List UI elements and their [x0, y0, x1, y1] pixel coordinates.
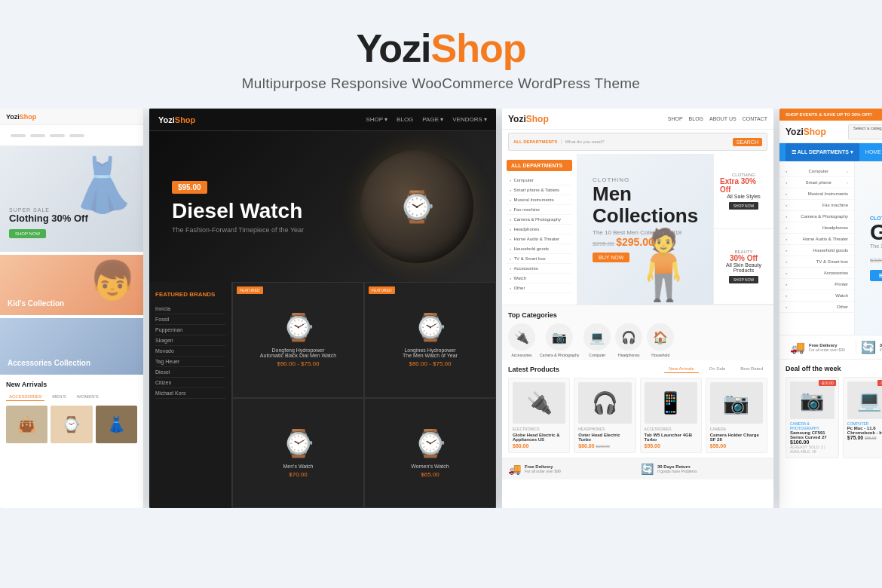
main-nav-shop[interactable]: SHOP [668, 116, 683, 121]
cat-accessories[interactable]: 🔌 Accessories [508, 323, 535, 357]
rcat-other[interactable]: Other [779, 302, 854, 313]
watch-hero-subtitle: The Fashion-Forward Timepiece of the Yea… [172, 226, 304, 234]
rcat-household[interactable]: Household goods [779, 245, 854, 256]
right-category-select[interactable]: Select a category ▾ [848, 124, 882, 139]
dept-home-audio[interactable]: Home Audio & Theater [507, 234, 572, 244]
cat-household[interactable]: 🏠 Household [647, 323, 674, 357]
product-img-4: 📷 [710, 382, 763, 424]
delivery-sub: For all order over $99 [525, 469, 561, 473]
brand-fossil[interactable]: Fossil [155, 314, 225, 325]
rcat-smartphone[interactable]: Smart phone› [779, 177, 854, 188]
watch-nav-blog[interactable]: BLOG [397, 116, 413, 123]
gadget-buy-btn[interactable]: BUY NOW [870, 270, 882, 281]
brand-michael[interactable]: Michael Kors [155, 388, 225, 399]
product-name-4: Camera Holder Charge SF 28 [710, 433, 763, 442]
rcat-musical[interactable]: Musical Instruments [779, 188, 854, 200]
right-all-dept[interactable]: ☰ ALL DEPARTMENTS ▾ [786, 143, 859, 161]
main-nav-about[interactable]: ABOUT US [709, 116, 737, 121]
arrivals-tab-women[interactable]: WOMEN'S [74, 393, 102, 401]
rcat-printer[interactable]: Printer [779, 279, 854, 290]
products-section: Latest Products New Arrivals On Sale Bes… [502, 360, 773, 458]
dept-other[interactable]: Other [507, 283, 572, 293]
tab-new-arrivals[interactable]: New Arrivals [664, 365, 698, 373]
product-card-1: 🔌 ELECTRONICS Globe Head Electric & Appl… [508, 378, 570, 453]
right-left-cats: Computer› Smart phone› Musical Instrumen… [779, 161, 855, 335]
dept-watch[interactable]: Watch [507, 274, 572, 283]
product-name-2: Oster Head Electric Turbo [578, 433, 631, 442]
return-icon: 🔄 [641, 463, 654, 475]
watch-nav-page[interactable]: PAGE ▾ [422, 116, 443, 123]
rcat-fax[interactable]: Fax machine [779, 200, 854, 211]
featured-brands-title: Featured Brands [155, 291, 225, 298]
arrivals-grid: 👜 ⌚ 👗 [6, 406, 137, 443]
deals-grid: -$16.00 📷 CAMERA & PHOTOGRAPHY Samsung C… [786, 377, 882, 458]
brand-pupperman[interactable]: Pupperman [155, 325, 225, 335]
rcat-headphones[interactable]: Headphones [779, 222, 854, 234]
computer-cat-name: Computer [589, 353, 605, 357]
brand-diesel[interactable]: Diesel [155, 367, 225, 378]
rcat-watch[interactable]: Watch [779, 290, 854, 302]
service-return: 🔄 30 Days Return If goods have Problems [641, 463, 767, 475]
side-banner-btn-1[interactable]: SHOP NOW [729, 202, 759, 210]
watch-nav-shop[interactable]: SHOP ▾ [366, 116, 387, 123]
brand-tagueur[interactable]: Tag Heuer [155, 357, 225, 367]
brand-shop: Shop [431, 26, 526, 70]
dept-selector[interactable]: ALL DEPARTMENTS [513, 139, 562, 144]
buy-now-btn-main[interactable]: BUY NOW [593, 253, 629, 262]
hero-shop-btn[interactable]: SHOP NOW [9, 229, 46, 238]
dept-musical[interactable]: Musical Instruments [507, 195, 572, 205]
left-top-bar: YoziShop [0, 109, 143, 125]
watch-nav: SHOP ▾ BLOG PAGE ▾ VENDORS ▾ [366, 116, 487, 123]
watch-card-img-3: ⌚ [282, 428, 315, 459]
products-header: Latest Products New Arrivals On Sale Bes… [508, 365, 767, 373]
tab-best-rated[interactable]: Best Rated [736, 365, 767, 373]
rcat-accessories[interactable]: Accessories [779, 268, 854, 279]
right-nav-home[interactable]: HOME ▾ [865, 149, 882, 155]
brand-skagen[interactable]: Skagen [155, 335, 225, 346]
arrivals-tab-acc[interactable]: ACCESSORIES [6, 393, 44, 401]
watch-hero-title: Diesel Watch [172, 200, 304, 223]
dept-computer[interactable]: Computer [507, 176, 572, 185]
cat-computer[interactable]: 💻 Computer [583, 323, 611, 357]
hero-right-side: CLOTHING Extra 30% Off All Sale Styles S… [713, 154, 773, 305]
rcat-camera[interactable]: Camera & Photography [779, 211, 854, 222]
deal-already-sold: ALREADY SOLD: 2 | AVAILABLE: 18 [790, 445, 835, 454]
tab-on-sale[interactable]: On Sale [705, 365, 730, 373]
watch-card-img-1: ⌚ [282, 312, 315, 343]
dept-headphones[interactable]: Headphones [507, 225, 572, 234]
delivery-icon: 🚚 [508, 463, 521, 475]
accessories-cat-icon: 🔌 [508, 323, 535, 351]
main-nav-blog[interactable]: BLOG [689, 116, 703, 121]
brand-movado[interactable]: Movado [155, 346, 225, 357]
dept-fax[interactable]: Fax machine [507, 205, 572, 215]
side-banner-btn-2[interactable]: SHOP NOW [729, 276, 759, 283]
watch-nav-vendors[interactable]: VENDORS ▾ [452, 116, 487, 123]
nav-dot [69, 134, 84, 137]
all-dept-btn[interactable]: ALL DEPARTMENTS [507, 160, 572, 171]
main-nav-contact[interactable]: CONTACT [743, 116, 767, 121]
rcat-computer[interactable]: Computer› [779, 166, 854, 177]
dept-smartphone[interactable]: Smart phone & Tablets [507, 185, 572, 195]
product-name-1: Globe Head Electric & Appliances US [513, 433, 565, 442]
dept-tv[interactable]: TV & Smart box [507, 254, 572, 264]
search-submit-btn[interactable]: SEARCH [733, 138, 762, 146]
right-header: YoziShop Select a category ▾ SEARCH 🚚 Tr… [779, 121, 882, 143]
cat-headphones[interactable]: 🎧 Headphones [615, 323, 642, 357]
products-grid: 🔌 ELECTRONICS Globe Head Electric & Appl… [508, 378, 767, 453]
cat-camera[interactable]: 📷 Camera & Photography [540, 323, 579, 357]
product-cat-3: ACCESSORIES [645, 427, 697, 431]
dept-accessories[interactable]: Accessories [507, 264, 572, 274]
arrivals-tab-men[interactable]: MEN'S [49, 393, 69, 401]
rcat-tv[interactable]: TV & Smart box [779, 256, 854, 268]
rcat-home-audio[interactable]: Home Audio & Theater [779, 234, 854, 245]
dept-household[interactable]: Household goods [507, 244, 572, 254]
return-text: 30 Days Return If goods have Problems [657, 464, 697, 473]
deal-cat-1: CAMERA & PHOTOGRAPHY [790, 421, 835, 430]
deal-name-2: Pc Mac - 11.6 Chromebook - Intel [847, 426, 882, 435]
brand-invicta[interactable]: Invicta [155, 304, 225, 314]
dept-camera[interactable]: Camera & Photography [507, 215, 572, 225]
brand-citizen[interactable]: Citizen [155, 378, 225, 388]
product-thumb-2: ⌚ [51, 406, 92, 443]
watch-card-3: ⌚ Men's Watch $70.00 [232, 398, 364, 509]
main-logo: YoziShop [508, 114, 549, 124]
